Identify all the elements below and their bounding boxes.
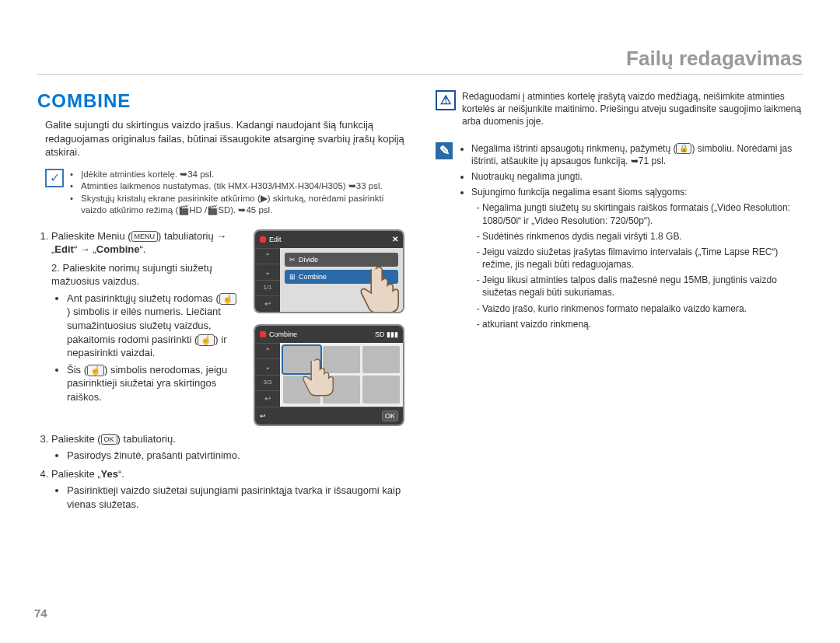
step1-text: Palieskite Meniu ( bbox=[51, 230, 131, 242]
info-note: Negalima ištrinti apsaugotų rinkmenų, pa… bbox=[436, 142, 803, 334]
check-icon: ✓ bbox=[45, 169, 64, 187]
step2-text: 2. Palieskite norimų sujungti siužetų ma… bbox=[51, 262, 212, 288]
page-header: Failų redagavimas bbox=[37, 47, 803, 75]
prereq-item: Atminties laikmenos nustatymas. (tik HMX… bbox=[81, 180, 383, 193]
left-column: COMBINE Galite sujungti du skirtingus va… bbox=[37, 90, 404, 515]
screenshot-combine-grid: Combine SD ▮▮▮ ⌃ ⌄ 3/3 ↩ bbox=[254, 324, 404, 426]
step3-sub: Pasirodys žinutė, prašanti patvirtinimo. bbox=[67, 449, 404, 463]
step4: Palieskite „Yes“. Pasirinktieji vaizdo s… bbox=[51, 467, 404, 512]
prerequisite-box: ✓ •Įdėkite atminties kortelę. ➥34 psl. •… bbox=[45, 169, 404, 217]
pen-icon bbox=[436, 142, 453, 159]
note-subitem: atkuriant vaizdo rinkmeną. bbox=[482, 318, 803, 330]
thumb bbox=[362, 346, 400, 374]
up-icon: ⌃ bbox=[255, 248, 280, 264]
down-icon: ⌄ bbox=[255, 264, 280, 280]
close-icon: ✕ bbox=[392, 234, 398, 245]
ok-icon: OK bbox=[101, 434, 117, 445]
section-title: COMBINE bbox=[37, 90, 404, 112]
step1-edit: Edit bbox=[54, 243, 74, 255]
lock-icon bbox=[676, 143, 691, 154]
up-icon: ⌃ bbox=[255, 343, 280, 359]
touch-hand-icon bbox=[352, 260, 404, 313]
right-column: Redaguodami į atminties kortelę įrašytą … bbox=[436, 90, 803, 515]
select-icon bbox=[198, 334, 215, 346]
step1-text: “. bbox=[139, 243, 145, 255]
intro-text: Galite sujungti du skirtingus vaizdo įra… bbox=[45, 118, 404, 159]
storage-icon: SD ▮▮▮ bbox=[375, 330, 398, 339]
page-number: 74 bbox=[34, 606, 47, 620]
warning-icon bbox=[436, 90, 456, 110]
step1-combine: Combine bbox=[96, 243, 140, 255]
prereq-item: Skystųjų kristalų ekrane pasirinkite atk… bbox=[81, 193, 404, 217]
thumb bbox=[362, 376, 400, 404]
select-icon bbox=[219, 293, 236, 305]
back-icon: ↩ bbox=[255, 390, 280, 407]
note-subitem: Jeigu likusi atminties talpos dalis maže… bbox=[482, 274, 803, 299]
select-icon bbox=[87, 365, 104, 376]
note-item: Negalima ištrinti apsaugotų rinkmenų, pa… bbox=[471, 142, 803, 167]
page-indicator: 3/3 bbox=[255, 375, 280, 391]
rec-icon: Edit bbox=[260, 235, 282, 244]
note-subitem: Sudėtinės rinkmenos dydis negali viršyti… bbox=[482, 230, 803, 243]
note-item: Sujungimo funkcija negalima esant šioms … bbox=[471, 186, 803, 330]
prereq-item: Įdėkite atminties kortelę. ➥34 psl. bbox=[81, 169, 214, 181]
note-subitem: Vaizdo įrašo, kurio rinkmenos formato ne… bbox=[482, 302, 803, 315]
back-icon: ↩ bbox=[255, 295, 280, 312]
warning-text: Redaguodami į atminties kortelę įrašytą … bbox=[462, 90, 803, 128]
screenshot-edit-menu: Edit ✕ ⌃ ⌄ 1/1 ↩ bbox=[254, 229, 404, 313]
note-item: Nuotraukų negalima jungti. bbox=[471, 170, 803, 183]
touch-hand-icon bbox=[296, 354, 339, 397]
step4-sub: Pasirinktieji vaizdo siužetai sujungiami… bbox=[67, 484, 404, 511]
step2-sub: Ant pasirinktųjų siužetų rodomas () simb… bbox=[67, 292, 240, 360]
step1-text: “ → „ bbox=[74, 243, 96, 255]
ok-button: OK bbox=[382, 411, 398, 421]
menu-icon: MENU bbox=[131, 231, 159, 242]
down-icon: ⌄ bbox=[255, 358, 280, 375]
warning-note: Redaguodami į atminties kortelę įrašytą … bbox=[436, 90, 803, 128]
step2-sub: Šis () simbolis nerodomas, jeigu pasirin… bbox=[67, 363, 240, 404]
rec-icon: Combine bbox=[260, 330, 297, 339]
page-indicator: 1/1 bbox=[255, 280, 280, 296]
step3: Palieskite (OK) tabuliatorių. Pasirodys … bbox=[51, 432, 404, 463]
note-subitem: Jeigu vaizdo siužetas įrašytas filmavimo… bbox=[482, 246, 803, 271]
back-icon: ↩ bbox=[260, 411, 266, 421]
note-subitem: Negalima jungti siužetų su skirtingais r… bbox=[482, 201, 803, 226]
